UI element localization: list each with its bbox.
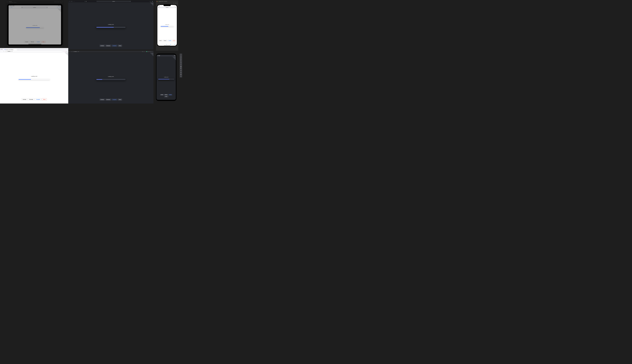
traffic-lights[interactable] bbox=[6, 2, 8, 2]
reset-button[interactable]: Reset bbox=[42, 98, 47, 100]
close-icon[interactable]: ✕ bbox=[181, 54, 181, 54]
complete-button[interactable]: Complete bbox=[35, 98, 41, 100]
visbug-icon[interactable]: ✦ bbox=[64, 51, 65, 52]
complete-button[interactable]: Complete bbox=[112, 98, 118, 100]
menu-icon[interactable]: ≡ bbox=[67, 51, 68, 52]
tabs-icon[interactable] bbox=[60, 7, 60, 8]
back-icon[interactable]: ‹ bbox=[159, 44, 159, 45]
sidebar-icon[interactable] bbox=[12, 7, 12, 8]
new-tab-icon[interactable]: + bbox=[17, 49, 18, 50]
more-icon[interactable]: ••• bbox=[180, 76, 182, 77]
increase-button[interactable]: Increase bbox=[24, 41, 29, 43]
decrease-button[interactable]: Decrease bbox=[164, 94, 168, 96]
reset-button[interactable]: Reset bbox=[42, 41, 46, 43]
address-bar[interactable]: localhost ↻ bbox=[96, 1, 131, 2]
tabs-icon[interactable] bbox=[152, 1, 153, 2]
bookmark-icon[interactable]: ☆ bbox=[63, 51, 64, 52]
sidebar-icon[interactable] bbox=[72, 1, 72, 2]
share-icon[interactable] bbox=[150, 1, 150, 2]
rotate-right-icon[interactable] bbox=[180, 64, 182, 66]
bookmarks-icon[interactable] bbox=[170, 44, 171, 45]
overview-icon[interactable] bbox=[180, 74, 182, 75]
appearance-icon[interactable] bbox=[86, 1, 87, 2]
tabs-icon[interactable] bbox=[174, 44, 175, 45]
volume-up-icon[interactable] bbox=[180, 58, 182, 60]
screenshot-icon[interactable] bbox=[174, 3, 174, 4]
reset-button[interactable]: Reset bbox=[164, 96, 168, 98]
increase-button[interactable]: Increase bbox=[100, 44, 105, 47]
address-bar[interactable]: localhost:3000 bbox=[73, 51, 142, 52]
new-tab-icon[interactable]: + bbox=[151, 1, 152, 2]
visbug-ribbon[interactable]: ✦ bbox=[148, 2, 154, 8]
visbug-ribbon[interactable]: ✦ bbox=[148, 53, 154, 58]
share-icon[interactable] bbox=[144, 51, 144, 52]
camera-icon[interactable] bbox=[180, 66, 182, 67]
info-icon[interactable] bbox=[6, 51, 7, 52]
forward-icon[interactable]: › bbox=[75, 1, 75, 2]
traffic-lights[interactable] bbox=[69, 1, 71, 2]
back-icon[interactable] bbox=[180, 70, 182, 71]
decrease-button[interactable]: Decrease bbox=[106, 44, 111, 47]
chevron-down-icon[interactable]: ⌄ bbox=[73, 1, 73, 2]
decrease-button[interactable]: Decrease bbox=[106, 98, 111, 100]
bookmark-icon[interactable]: ☆ bbox=[145, 51, 146, 52]
reload-icon[interactable]: ↻ bbox=[72, 51, 72, 52]
mic-icon[interactable] bbox=[150, 51, 151, 52]
extension-icon[interactable]: ◆ bbox=[66, 51, 66, 52]
complete-button[interactable]: Complete bbox=[112, 44, 118, 47]
info-icon[interactable] bbox=[73, 51, 74, 52]
increase-button[interactable]: Increase bbox=[160, 94, 164, 96]
forward-icon[interactable]: › bbox=[162, 44, 163, 45]
forward-icon[interactable]: › bbox=[10, 7, 10, 8]
rotate-left-icon[interactable] bbox=[180, 62, 182, 64]
home-indicator[interactable] bbox=[28, 44, 41, 44]
visbug-ribbon[interactable]: ✦ bbox=[172, 56, 176, 60]
complete-button[interactable]: Complete bbox=[168, 40, 172, 42]
reset-button[interactable]: Reset bbox=[172, 40, 176, 42]
increase-button[interactable]: Increase bbox=[100, 98, 105, 100]
text-size-icon[interactable]: AA bbox=[158, 7, 159, 8]
share-icon[interactable] bbox=[166, 44, 167, 45]
reload-icon[interactable]: ↻ bbox=[130, 1, 130, 2]
address-bar[interactable]: AA localhost ↻ bbox=[21, 7, 48, 8]
visbug-ribbon[interactable]: ✦ bbox=[56, 8, 61, 14]
minimize-icon[interactable] bbox=[181, 56, 181, 56]
reading-list-icon[interactable]: ⧉ bbox=[150, 51, 150, 52]
home-indicator[interactable] bbox=[164, 45, 170, 46]
decrease-button[interactable]: Decrease bbox=[30, 41, 35, 43]
decrease-button[interactable]: Decrease bbox=[163, 40, 167, 42]
reset-button[interactable]: Reset bbox=[118, 98, 122, 100]
address-bar[interactable]: localhost:3000 bbox=[5, 51, 62, 52]
zoom-icon[interactable] bbox=[180, 68, 182, 69]
pin-icon[interactable] bbox=[54, 2, 56, 2]
home-icon[interactable] bbox=[175, 3, 176, 4]
reload-icon[interactable]: ↻ bbox=[47, 7, 48, 8]
volume-down-icon[interactable] bbox=[180, 60, 182, 62]
increase-button[interactable]: Increase bbox=[22, 98, 28, 100]
rotate-icon[interactable] bbox=[176, 3, 177, 4]
traffic-lights[interactable] bbox=[156, 1, 158, 2]
home-icon[interactable] bbox=[180, 72, 182, 73]
reload-icon[interactable]: ↻ bbox=[4, 51, 4, 52]
shield-icon[interactable] bbox=[5, 51, 6, 52]
power-icon[interactable] bbox=[180, 56, 182, 58]
browser-tab[interactable]: Progress | GUI Challenges ✕ bbox=[4, 49, 17, 50]
back-icon[interactable]: ‹ bbox=[9, 7, 10, 8]
reload-icon[interactable]: ↻ bbox=[175, 7, 176, 8]
menu-icon[interactable]: ⋮ bbox=[152, 51, 153, 52]
back-icon[interactable]: ← bbox=[69, 51, 70, 52]
back-icon[interactable]: ← bbox=[1, 51, 2, 52]
close-tab-icon[interactable]: ✕ bbox=[16, 49, 16, 50]
extensions-icon[interactable] bbox=[148, 51, 149, 52]
reset-button[interactable]: Reset bbox=[118, 44, 122, 47]
increase-button[interactable]: Increase bbox=[158, 40, 162, 42]
shield-icon[interactable] bbox=[84, 1, 85, 2]
visbug-ribbon[interactable]: ✦ bbox=[63, 52, 68, 58]
text-size-icon[interactable]: AA bbox=[22, 7, 22, 8]
forward-icon[interactable]: → bbox=[2, 51, 3, 52]
share-icon[interactable] bbox=[57, 7, 58, 8]
home-icon[interactable] bbox=[60, 2, 61, 2]
rotate-icon[interactable] bbox=[62, 2, 63, 2]
forward-icon[interactable]: → bbox=[70, 51, 71, 52]
complete-button[interactable]: Complete bbox=[36, 41, 41, 43]
